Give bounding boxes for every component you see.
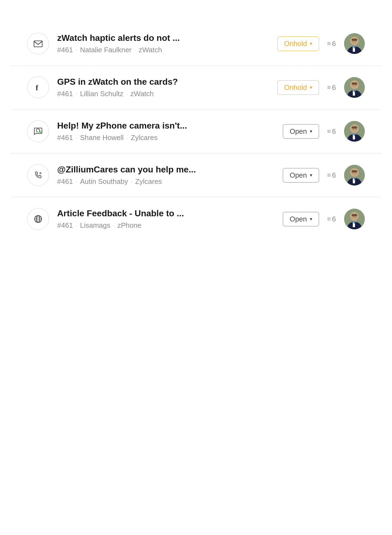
ticket-customer: Lisamags [80, 221, 110, 230]
lines-icon: ≡ [327, 40, 331, 47]
ticket-actions: Open ▾ ≡ 6 [283, 209, 365, 229]
ticket-count: ≡ 6 [327, 215, 336, 223]
ticket-item: f GPS in zWatch on the cards? #461 · Lil… [11, 66, 381, 110]
avatar [344, 121, 365, 142]
dot-separator: · [131, 178, 132, 185]
ticket-title: zWatch haptic alerts do not ... [57, 33, 269, 43]
ticket-item: Help! My zPhone camera isn't... #461 · S… [11, 110, 381, 153]
chevron-down-icon: ▾ [310, 84, 312, 90]
ticket-count: ≡ 6 [327, 83, 336, 92]
svg-rect-15 [352, 83, 357, 85]
ticket-count: ≡ 6 [327, 171, 336, 180]
svg-text:f: f [36, 83, 38, 92]
ticket-meta: #461 · Lillian Schultz · zWatch [57, 90, 269, 98]
ticket-title: GPS in zWatch on the cards? [57, 77, 269, 87]
dot-separator: · [76, 90, 77, 98]
ticket-item: zWatch haptic alerts do not ... #461 · N… [11, 22, 381, 66]
status-label: Open [290, 215, 307, 223]
ticket-customer: Autin Southaby [80, 177, 128, 186]
ticket-actions: Onhold ▾ ≡ 6 [277, 33, 365, 54]
ticket-customer: Natalie Faulkner [80, 46, 131, 54]
ticket-info: Article Feedback - Unable to ... #461 · … [57, 208, 275, 230]
ticket-product: zWatch [139, 46, 162, 54]
lines-icon: ≡ [327, 84, 331, 91]
lines-icon: ≡ [327, 171, 331, 179]
status-label: Onhold [284, 83, 307, 92]
ticket-customer: Lillian Schultz [80, 90, 123, 98]
count-number: 6 [332, 171, 336, 180]
ticket-info: zWatch haptic alerts do not ... #461 · N… [57, 33, 269, 54]
ticket-item: Article Feedback - Unable to ... #461 · … [11, 197, 381, 241]
dot-separator: · [126, 134, 128, 141]
ticket-product: zPhone [117, 221, 141, 230]
lines-icon: ≡ [327, 215, 331, 223]
ticket-meta: #461 · Shane Howell · Zylcares [57, 133, 275, 142]
ticket-product: zWatch [130, 90, 154, 98]
ticket-meta: #461 · Natalie Faulkner · zWatch [57, 46, 269, 54]
status-label: Open [290, 127, 307, 136]
ticket-info: GPS in zWatch on the cards? #461 · Lilli… [57, 77, 269, 98]
ticket-count: ≡ 6 [327, 39, 336, 48]
ticket-meta: #461 · Lisamags · zPhone [57, 221, 275, 230]
count-number: 6 [332, 83, 336, 92]
count-number: 6 [332, 39, 336, 48]
dot-separator: · [76, 178, 77, 185]
avatar [344, 77, 365, 98]
ticket-actions: Open ▾ ≡ 6 [283, 121, 365, 142]
dot-separator: · [76, 47, 77, 54]
ticket-item: @ZilliumCares can you help me... #461 · … [11, 153, 381, 197]
dot-separator: · [76, 134, 77, 141]
ticket-title: @ZilliumCares can you help me... [57, 165, 275, 175]
svg-rect-0 [34, 41, 42, 47]
ticket-title: Article Feedback - Unable to ... [57, 208, 275, 218]
dot-separator: · [113, 222, 115, 229]
status-badge[interactable]: Onhold ▾ [277, 80, 319, 95]
svg-rect-30 [352, 170, 357, 172]
ticket-info: @ZilliumCares can you help me... #461 · … [57, 165, 275, 186]
ticket-list: zWatch haptic alerts do not ... #461 · N… [0, 0, 392, 263]
count-number: 6 [332, 215, 336, 223]
dot-separator: · [76, 222, 77, 229]
channel-icon-facebook: f [27, 77, 49, 98]
dot-separator: · [126, 90, 128, 98]
count-number: 6 [332, 127, 336, 136]
avatar [344, 209, 365, 229]
ticket-actions: Open ▾ ≡ 6 [283, 165, 365, 186]
ticket-number: #461 [57, 177, 73, 186]
ticket-meta: #461 · Autin Southaby · Zylcares [57, 177, 275, 186]
ticket-customer: Shane Howell [80, 133, 124, 142]
avatar [344, 165, 365, 186]
ticket-title: Help! My zPhone camera isn't... [57, 121, 275, 131]
channel-icon-web [27, 208, 49, 230]
channel-icon-chat [27, 120, 49, 142]
svg-rect-7 [352, 39, 357, 41]
avatar [344, 33, 365, 54]
channel-icon-email [27, 33, 49, 54]
chevron-down-icon: ▾ [310, 128, 312, 134]
channel-icon-phone [27, 164, 49, 186]
status-badge[interactable]: Open ▾ [283, 124, 319, 139]
lines-icon: ≡ [327, 127, 331, 135]
ticket-number: #461 [57, 90, 73, 98]
chevron-down-icon: ▾ [310, 172, 312, 178]
status-label: Open [290, 171, 307, 180]
chevron-down-icon: ▾ [310, 216, 312, 222]
status-badge[interactable]: Open ▾ [283, 212, 319, 226]
ticket-product: Zylcares [131, 133, 158, 142]
ticket-number: #461 [57, 46, 73, 54]
status-badge[interactable]: Open ▾ [283, 168, 319, 183]
svg-rect-23 [352, 126, 357, 129]
ticket-count: ≡ 6 [327, 127, 336, 136]
ticket-number: #461 [57, 133, 73, 142]
status-badge[interactable]: Onhold ▾ [277, 37, 319, 51]
svg-rect-42 [352, 214, 357, 216]
status-label: Onhold [284, 39, 307, 48]
ticket-number: #461 [57, 221, 73, 230]
ticket-actions: Onhold ▾ ≡ 6 [277, 77, 365, 98]
dot-separator: · [134, 47, 136, 54]
ticket-product: Zylcares [135, 177, 162, 186]
ticket-info: Help! My zPhone camera isn't... #461 · S… [57, 121, 275, 142]
chevron-down-icon: ▾ [310, 41, 312, 47]
